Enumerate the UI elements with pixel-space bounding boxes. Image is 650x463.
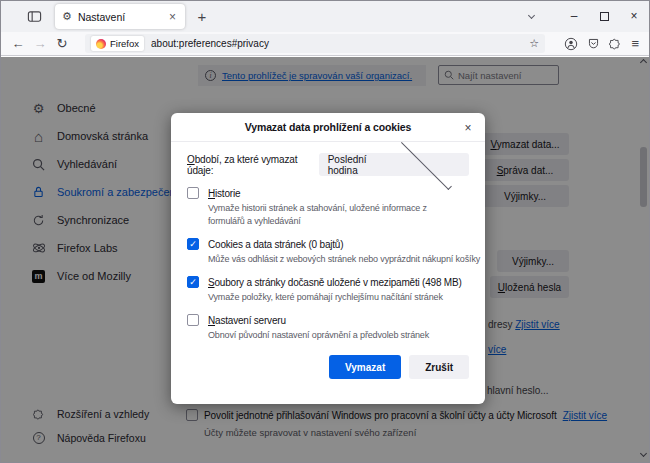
- gear-icon: ⚙: [62, 11, 72, 22]
- history-label: Historie: [208, 188, 240, 199]
- extensions-puzzle-icon[interactable]: [609, 37, 622, 50]
- menu-hamburger-icon[interactable]: ≡: [631, 37, 639, 50]
- cache-label: Soubory a stránky dočasně uložené v mezi…: [208, 277, 462, 288]
- maximize-button[interactable]: [589, 1, 619, 31]
- tab-close-icon[interactable]: ×: [167, 10, 178, 24]
- tab-title: Nastavení: [78, 11, 167, 23]
- cache-item: ✓ Soubory a stránky dočasně uložené v me…: [187, 276, 469, 304]
- forward-button[interactable]: →: [29, 34, 51, 54]
- tab-list-chevron-icon[interactable]: [528, 12, 535, 19]
- tab-bar: ⚙ Nastavení × + – ×: [1, 1, 649, 32]
- url-bar[interactable]: Firefox about:preferences#privacy ☆: [85, 34, 545, 53]
- tab-nastaveni[interactable]: ⚙ Nastavení ×: [55, 4, 185, 29]
- chevron-down-icon: [401, 139, 452, 190]
- cookies-item: ✓ Cookies a data stránek (0 bajtů) Může …: [187, 238, 469, 266]
- cancel-button[interactable]: Zrušit: [409, 355, 469, 379]
- maximize-icon: [600, 12, 609, 21]
- account-icon[interactable]: [564, 37, 578, 51]
- clear-data-dialog: Vymazat data prohlížení a cookies × Obdo…: [171, 113, 485, 404]
- settings-page: ⚙ Obecné ⌂ Domovská stránka Vyhledávání …: [1, 57, 649, 462]
- site-settings-label: Nastavení serveru: [208, 315, 286, 326]
- site-settings-item: Nastavení serveru Obnoví původní nastave…: [187, 314, 469, 342]
- cookies-checkbox[interactable]: ✓: [187, 238, 199, 250]
- history-checkbox[interactable]: [187, 187, 199, 199]
- dialog-close-icon[interactable]: ×: [460, 120, 476, 136]
- shield-icon[interactable]: [587, 37, 600, 50]
- firefox-logo-icon: [96, 39, 106, 49]
- clear-button[interactable]: Vymazat: [329, 355, 401, 379]
- time-range-value: Poslední hodina: [328, 154, 394, 176]
- site-settings-checkbox[interactable]: [187, 314, 199, 326]
- cache-checkbox[interactable]: ✓: [187, 276, 199, 288]
- toolbar-icons: ≡: [564, 37, 639, 51]
- reload-button[interactable]: ↻: [51, 34, 73, 54]
- dialog-footer: Vymazat Zrušit: [171, 352, 485, 379]
- new-tab-button[interactable]: +: [189, 5, 215, 29]
- history-item: Historie Vymaže historii stránek a staho…: [187, 187, 469, 228]
- site-settings-desc: Obnoví původní nastavení oprávnění a pře…: [208, 329, 469, 342]
- cookies-desc: Může vás odhlásit z webových stránek neb…: [208, 253, 469, 266]
- time-range-row: Období, za které vymazat údaje: Poslední…: [187, 153, 469, 176]
- history-desc: Vymaže historii stránek a stahování, ulo…: [208, 202, 460, 228]
- url-text: about:preferences#privacy: [151, 38, 529, 49]
- bookmark-star-icon[interactable]: ☆: [529, 37, 539, 50]
- dialog-title: Vymazat data prohlížení a cookies: [245, 121, 412, 133]
- time-range-select[interactable]: Poslední hodina: [319, 153, 469, 176]
- window-controls: – ×: [559, 1, 649, 31]
- firefox-view-button[interactable]: [19, 5, 49, 29]
- window-close-button[interactable]: ×: [619, 1, 649, 31]
- firefox-view-icon: [27, 9, 42, 24]
- back-button[interactable]: ←: [7, 34, 29, 54]
- firefox-chip: Firefox: [91, 36, 144, 51]
- cache-desc: Vymaže položky, které pomáhají rychlejší…: [208, 291, 469, 304]
- minimize-button[interactable]: –: [559, 1, 589, 31]
- dialog-header: Vymazat data prohlížení a cookies ×: [171, 113, 485, 142]
- firefox-chip-label: Firefox: [110, 38, 139, 49]
- cookies-label: Cookies a data stránek (0 bajtů): [208, 239, 343, 250]
- time-range-label: Období, za které vymazat údaje:: [187, 154, 319, 176]
- browser-window: ⚙ Nastavení × + – × ← → ↻ Firefox about:…: [0, 0, 650, 463]
- navigation-toolbar: ← → ↻ Firefox about:preferences#privacy …: [1, 32, 649, 56]
